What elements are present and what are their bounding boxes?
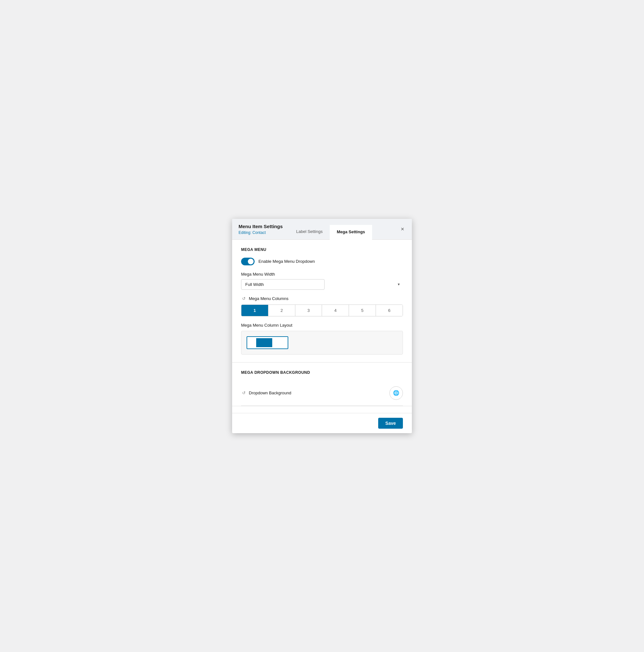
save-button[interactable]: Save [378, 418, 403, 429]
layout-label: Mega Menu Column Layout [241, 323, 403, 328]
layout-area [241, 331, 403, 355]
columns-button-group: 1 2 3 4 5 6 [241, 304, 403, 316]
modal-body: MEGA MENU Enable Mega Menu Dropdown Mega… [232, 240, 412, 413]
chevron-down-icon: ▾ [398, 282, 400, 287]
layout-preview[interactable] [247, 336, 288, 349]
column-btn-2[interactable]: 2 [268, 305, 295, 316]
mega-menu-section: MEGA MENU Enable Mega Menu Dropdown Mega… [232, 240, 412, 355]
dropdown-bg-section: MEGA DROPDOWN BACKGROUND [232, 362, 412, 375]
column-btn-6[interactable]: 6 [376, 305, 403, 316]
dropdown-bg-row: ↺ Dropdown Background 🌐 [241, 381, 403, 406]
layout-preview-inner [256, 338, 272, 347]
width-select[interactable]: Full Width Container Width Custom [241, 279, 325, 290]
tab-label-settings[interactable]: Label Settings [289, 225, 330, 239]
tab-mega-settings[interactable]: Mega Settings [330, 225, 372, 240]
close-button[interactable]: × [398, 225, 407, 233]
width-field-label: Mega Menu Width [241, 272, 403, 277]
modal-header: Menu Item Settings Editing: Contact Labe… [232, 219, 412, 240]
column-btn-1[interactable]: 1 [241, 305, 268, 316]
dropdown-bg-inner: ↺ Dropdown Background 🌐 [232, 381, 412, 406]
modal-title-block: Menu Item Settings Editing: Contact [232, 219, 289, 239]
reset-columns-icon[interactable]: ↺ [241, 296, 246, 301]
dropdown-bg-title: MEGA DROPDOWN BACKGROUND [241, 370, 403, 375]
column-btn-4[interactable]: 4 [322, 305, 349, 316]
enable-toggle-row: Enable Mega Menu Dropdown [241, 257, 403, 265]
column-btn-5[interactable]: 5 [349, 305, 376, 316]
width-select-wrapper: Full Width Container Width Custom ▾ [241, 279, 403, 290]
enable-mega-menu-toggle[interactable] [241, 257, 255, 265]
mega-menu-title: MEGA MENU [241, 247, 403, 252]
modal-container: Menu Item Settings Editing: Contact Labe… [232, 219, 412, 433]
modal-title: Menu Item Settings [238, 223, 283, 230]
columns-label-row: ↺ Mega Menu Columns [241, 296, 403, 301]
globe-button[interactable]: 🌐 [389, 386, 403, 400]
modal-subtitle: Editing: Contact [238, 230, 283, 235]
dropdown-bg-label: Dropdown Background [249, 390, 291, 395]
column-btn-3[interactable]: 3 [295, 305, 322, 316]
reset-dropdown-bg-icon[interactable]: ↺ [241, 390, 246, 396]
modal-footer: Save [232, 413, 412, 433]
item-colors-section: MEGA DROPDOWN ITEM COLORS [232, 406, 412, 413]
tabs-container: Label Settings Mega Settings [289, 219, 412, 239]
enable-mega-menu-label: Enable Mega Menu Dropdown [258, 259, 315, 264]
columns-field-label: Mega Menu Columns [249, 296, 289, 301]
dropdown-bg-left: ↺ Dropdown Background [241, 390, 291, 396]
